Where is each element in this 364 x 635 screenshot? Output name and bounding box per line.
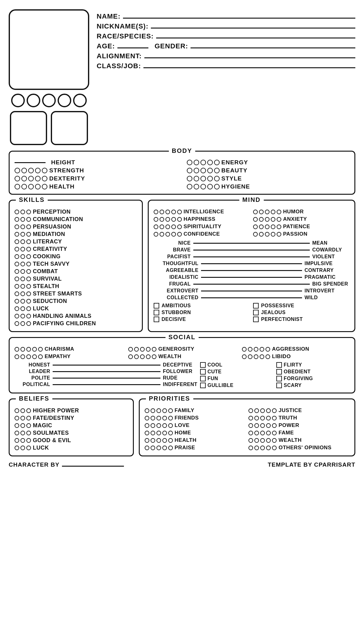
nickname-label: NICKNAME(S): (97, 22, 148, 30)
checkbox-fun[interactable] (200, 376, 206, 381)
checkbox-stubborn[interactable] (154, 310, 159, 315)
bubble-2 (27, 94, 40, 107)
checkbox-possessive[interactable] (253, 303, 259, 309)
social-bottom: HONEST DECEPTIVE LEADER FOLLOWER POLITE … (15, 362, 349, 388)
name-label: NAME: (97, 12, 121, 20)
slider-pacifist-violent: PACIFIST VIOLENT (154, 254, 349, 260)
mind-content: INTELLIGENCE HUMOR HAPPINESS ANXIETY (154, 205, 349, 322)
energy-row: ENERGY (187, 159, 350, 166)
footer: CHARACTER BY TEMPLATE BY CPARRISART (9, 461, 355, 468)
wealth-row: WEALTH (128, 353, 236, 360)
intelligence-row: INTELLIGENCE (154, 209, 250, 215)
belief-higher-power: HIGHER POWER (15, 407, 128, 414)
dexterity-label: DEXTERITY (49, 175, 85, 182)
priority-fame: FAME (248, 430, 349, 436)
charisma-row: CHARISMA (15, 346, 122, 352)
cb-forgiving: FORGIVING (276, 376, 349, 381)
age-line: AGE: (97, 42, 148, 50)
cb-obedient: OBEDIENT (276, 369, 349, 375)
gender-underline (191, 47, 355, 48)
top-section: NAME: NICKNAME(S): RACE/SPECIES: AGE: GE… (9, 9, 355, 145)
empathy-row: EMPATHY (15, 353, 122, 360)
bubble-4 (58, 94, 71, 107)
style-label: STYLE (221, 175, 242, 182)
beliefs-title: BELIEFS (16, 395, 52, 402)
cb-decisive: DECISIVE (154, 317, 250, 322)
beliefs-list: HIGHER POWER FATE/DESTINY MAGIC SOULMATE… (15, 404, 128, 451)
belief-soulmates: SOULMATES (15, 430, 128, 436)
checkbox-perfectionist[interactable] (253, 317, 259, 322)
cb-cool: COOL (200, 362, 273, 368)
c5 (214, 160, 220, 165)
body-title: BODY (169, 147, 195, 154)
skills-section: SKILLS PERCEPTION COMMUNICATION PERSUASI… (9, 200, 143, 332)
cb-fun: FUN (200, 376, 273, 381)
checkbox-cool[interactable] (200, 362, 206, 368)
c1 (187, 160, 192, 165)
slider-extrovert-introvert: EXTROVERT INTROVERT (154, 288, 349, 294)
race-line: RACE/SPECIES: (97, 32, 355, 40)
beauty-row: BEAUTY (187, 167, 350, 174)
portrait-column (9, 9, 89, 145)
checkbox-forgiving[interactable] (276, 376, 282, 381)
slider-brave-cowardly: BRAVE COWARDLY (154, 247, 349, 253)
c3 (200, 160, 206, 165)
bubble-5 (73, 94, 87, 107)
portrait-small-2 (51, 111, 88, 145)
belief-good-evil: GOOD & EVIL (15, 437, 128, 444)
hygiene-label: HYGIENE (221, 183, 250, 190)
main-portrait (9, 9, 89, 90)
skill-handling-animals: HANDLING ANIMALS (15, 313, 137, 319)
name-line: NAME: (97, 12, 355, 20)
beliefs-section: BELIEFS HIGHER POWER FATE/DESTINY MAGIC … (9, 398, 134, 456)
hygiene-row: HYGIENE (187, 183, 350, 190)
checkbox-flirty[interactable] (276, 362, 282, 368)
beliefs-priorities: BELIEFS HIGHER POWER FATE/DESTINY MAGIC … (9, 398, 355, 456)
social-sliders: HONEST DECEPTIVE LEADER FOLLOWER POLITE … (15, 362, 194, 388)
skill-seduction: SEDUCTION (15, 298, 137, 304)
slider-agreeable-contrary: AGREEABLE CONTRARY (154, 268, 349, 273)
checkbox-gullible[interactable] (200, 383, 206, 388)
checkbox-decisive[interactable] (154, 317, 159, 322)
priority-power: POWER (248, 422, 349, 429)
checkbox-ambitious[interactable] (154, 303, 159, 309)
alignment-label: ALIGNMENT: (97, 52, 142, 60)
checkbox-cute[interactable] (200, 369, 206, 375)
skill-perception: PERCEPTION (15, 209, 137, 215)
social-content: CHARISMA GENEROSITY AGGRESSION EMPATHY W… (15, 342, 349, 388)
skills-list: PERCEPTION COMMUNICATION PERSUASION MEDI… (15, 205, 137, 327)
health-label: HEALTH (49, 183, 75, 190)
priority-wealth: WEALTH (248, 437, 349, 443)
alignment-underline (144, 57, 355, 58)
health-row: HEALTH (15, 183, 178, 190)
priority-praise: PRAISE (145, 445, 246, 451)
strength-circles (15, 168, 47, 173)
priority-family: FAMILY (145, 407, 246, 414)
priority-love: LOVE (145, 422, 246, 429)
passion-row: PASSION (253, 231, 349, 237)
bubble-1 (11, 94, 25, 107)
height-row: HEIGHT (15, 159, 178, 166)
social-stats: CHARISMA GENEROSITY AGGRESSION EMPATHY W… (15, 346, 349, 360)
skill-literacy: LITERACY (15, 238, 137, 245)
cb-flirty: FLIRTY (276, 362, 349, 368)
aggression-row: AGGRESSION (242, 346, 349, 352)
skill-combat: COMBAT (15, 268, 137, 275)
checkbox-jealous[interactable] (253, 310, 259, 315)
skill-street-smarts: STREET SMARTS (15, 291, 137, 297)
skill-mediation: MEDIATION (15, 231, 137, 238)
c2 (194, 160, 199, 165)
checkbox-scary[interactable] (276, 383, 282, 388)
libido-row: LIBIDO (242, 353, 349, 360)
belief-fate: FATE/DESTINY (15, 415, 128, 421)
health-circles (15, 184, 47, 189)
priority-friends: FRIENDS (145, 415, 246, 421)
energy-label: ENERGY (221, 159, 248, 166)
style-row: STYLE (187, 175, 350, 182)
cb-jealous: JEALOUS (253, 310, 349, 315)
social-title: SOCIAL (165, 334, 199, 341)
mind-title: MIND (239, 196, 264, 203)
skills-title: SKILLS (16, 196, 48, 203)
mind-checkboxes: AMBITIOUS POSSESSIVE STUBBORN JEALOUS (154, 303, 349, 322)
checkbox-obedient[interactable] (276, 369, 282, 375)
